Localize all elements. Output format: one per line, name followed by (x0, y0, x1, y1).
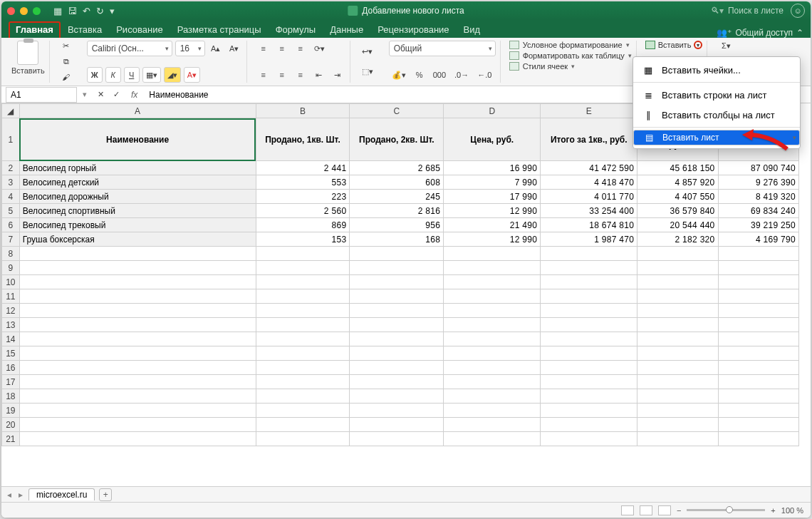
cell[interactable] (541, 346, 637, 361)
inc-decimal-icon[interactable]: .0→ (452, 67, 472, 83)
col-header[interactable]: D (444, 104, 541, 118)
dec-decimal-icon[interactable]: ←.0 (474, 67, 494, 83)
menu-insert-sheet[interactable]: ▤ Вставить лист (633, 130, 800, 145)
cell[interactable]: 245 (350, 190, 444, 204)
cell[interactable] (19, 404, 256, 418)
align-left-icon[interactable]: ≡ (256, 67, 271, 83)
wrap-text-icon[interactable]: ↩▾ (359, 44, 376, 60)
header-cell[interactable]: Итого за 1кв., руб. (541, 118, 637, 161)
cell[interactable]: 41 472 590 (541, 161, 637, 175)
header-cell[interactable]: Цена, руб. (444, 118, 541, 161)
cell[interactable] (718, 289, 798, 304)
sheet-nav-first-icon[interactable]: ◂ (6, 490, 13, 500)
col-header[interactable]: A (19, 104, 256, 118)
cell[interactable] (541, 275, 637, 289)
cell[interactable] (19, 361, 256, 375)
tab-insert[interactable]: Вставка (61, 21, 109, 38)
cell[interactable] (637, 361, 718, 375)
close-icon[interactable] (7, 7, 15, 15)
cell[interactable] (444, 247, 541, 261)
cell[interactable] (541, 404, 637, 418)
cell[interactable] (444, 304, 541, 318)
row-header[interactable]: 1 (2, 118, 20, 161)
cell[interactable] (637, 404, 718, 418)
insert-button[interactable]: Вставить (658, 41, 692, 49)
cell[interactable]: 2 816 (350, 204, 444, 218)
cell[interactable] (444, 346, 541, 361)
cell[interactable] (350, 432, 444, 446)
align-bottom-icon[interactable]: ≡ (293, 41, 308, 56)
cell[interactable] (19, 318, 256, 332)
cell[interactable] (350, 275, 444, 289)
row-header[interactable]: 5 (2, 204, 20, 218)
cell[interactable] (350, 261, 444, 275)
sheet-tab[interactable]: microexcel.ru (28, 488, 95, 500)
format-painter-icon[interactable]: 🖌 (58, 71, 74, 83)
cut-icon[interactable]: ✂ (58, 41, 74, 52)
cell[interactable]: 2 441 (256, 161, 350, 175)
row-header[interactable]: 12 (2, 304, 20, 318)
cell[interactable] (637, 332, 718, 346)
decrease-font-icon[interactable]: A▾ (227, 41, 242, 56)
tab-review[interactable]: Рецензирование (370, 21, 456, 38)
col-header[interactable]: C (350, 104, 444, 118)
cell[interactable]: 4 011 770 (541, 190, 637, 204)
spreadsheet-grid[interactable]: ◢ A B C D E F G 1НаименованиеПродано, 1к… (1, 103, 799, 446)
cell[interactable] (19, 375, 256, 389)
cell[interactable] (256, 332, 350, 346)
add-sheet-button[interactable]: + (99, 488, 112, 501)
cell[interactable] (19, 261, 256, 275)
cell[interactable]: 869 (256, 218, 350, 232)
account-icon[interactable]: ☺ (791, 4, 805, 18)
cell[interactable] (718, 361, 798, 375)
cell[interactable] (637, 318, 718, 332)
cell[interactable] (350, 418, 444, 432)
cell[interactable] (350, 389, 444, 404)
cell[interactable]: 9 276 390 (718, 175, 798, 190)
cell[interactable] (444, 332, 541, 346)
cell[interactable]: 20 544 440 (637, 218, 718, 232)
cell[interactable]: Велосипед дорожный (19, 190, 256, 204)
cell[interactable] (718, 432, 798, 446)
cell[interactable] (256, 304, 350, 318)
cell[interactable] (256, 418, 350, 432)
cell[interactable]: 553 (256, 175, 350, 190)
cell[interactable] (256, 375, 350, 389)
header-cell[interactable]: Продано, 2кв. Шт. (350, 118, 444, 161)
cell[interactable]: Велосипед детский (19, 175, 256, 190)
cell[interactable] (444, 261, 541, 275)
tab-formulas[interactable]: Формулы (269, 21, 323, 38)
tab-home[interactable]: Главная (9, 21, 61, 38)
align-center-icon[interactable]: ≡ (274, 67, 290, 83)
cell[interactable] (256, 404, 350, 418)
cell[interactable] (718, 332, 798, 346)
select-all-corner[interactable]: ◢ (2, 104, 20, 118)
cell[interactable]: 17 990 (444, 190, 541, 204)
cell[interactable] (541, 261, 637, 275)
cell[interactable] (444, 432, 541, 446)
cell[interactable] (444, 375, 541, 389)
cell[interactable]: 12 990 (444, 204, 541, 218)
border-button[interactable]: ▦▾ (142, 67, 161, 83)
cell[interactable] (19, 418, 256, 432)
fx-icon[interactable]: fx (124, 90, 145, 100)
row-header[interactable]: 15 (2, 346, 20, 361)
cell[interactable] (637, 247, 718, 261)
cell[interactable] (256, 346, 350, 361)
namebox-dropdown-icon[interactable]: ▾ (77, 87, 93, 103)
cell[interactable] (637, 304, 718, 318)
cell[interactable] (444, 418, 541, 432)
page-break-view-icon[interactable] (658, 505, 671, 515)
cell[interactable] (718, 404, 798, 418)
menu-insert-cols[interactable]: ∥ Вставить столбцы на лист (633, 105, 800, 125)
cell[interactable] (256, 289, 350, 304)
header-cell[interactable]: Продано, 1кв. Шт. (256, 118, 350, 161)
cell[interactable] (444, 389, 541, 404)
cell[interactable] (256, 275, 350, 289)
cell[interactable] (350, 361, 444, 375)
cell[interactable] (718, 247, 798, 261)
cell[interactable] (637, 432, 718, 446)
conditional-formatting-button[interactable]: Условное форматирование▾ (509, 41, 632, 49)
cell[interactable]: 608 (350, 175, 444, 190)
cell[interactable] (444, 404, 541, 418)
